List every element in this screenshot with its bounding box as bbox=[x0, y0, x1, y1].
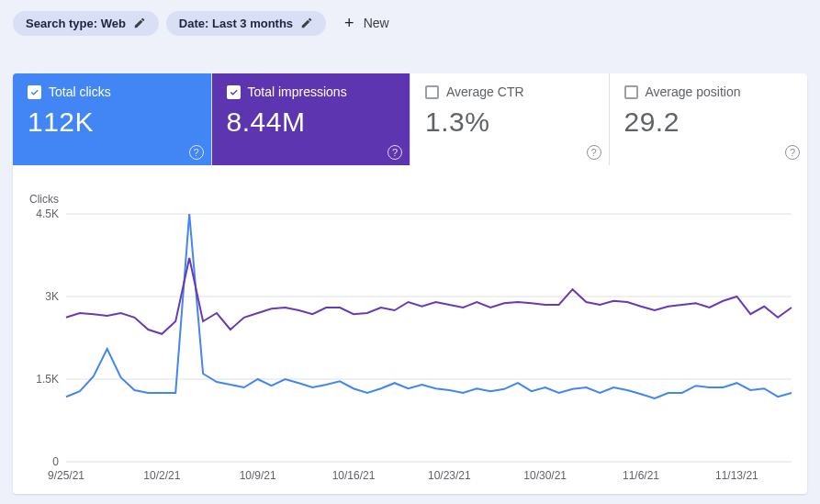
pencil-icon bbox=[133, 17, 146, 29]
svg-text:1.5K: 1.5K bbox=[36, 373, 59, 386]
chip-date[interactable]: Date: Last 3 months bbox=[166, 11, 326, 36]
chart-area: Clicks 01.5K3K4.5K9/25/2110/2/2110/9/211… bbox=[13, 165, 807, 494]
metric-total-impressions[interactable]: Total impressions 8.44M ? bbox=[212, 73, 411, 165]
help-icon[interactable]: ? bbox=[785, 145, 800, 160]
checkbox-checked-icon bbox=[227, 85, 241, 99]
performance-card: Total clicks 112K ? Total impressions 8.… bbox=[13, 73, 807, 494]
checkbox-unchecked-icon bbox=[425, 85, 439, 99]
svg-text:10/16/21: 10/16/21 bbox=[332, 469, 376, 482]
line-chart: 01.5K3K4.5K9/25/2110/2/2110/9/2110/16/21… bbox=[29, 209, 801, 485]
metric-average-ctr[interactable]: Average CTR 1.3% ? bbox=[410, 73, 610, 165]
svg-text:9/25/21: 9/25/21 bbox=[48, 469, 84, 482]
metric-label: Average position bbox=[646, 84, 741, 99]
chip-label: Date: Last 3 months bbox=[179, 17, 293, 30]
metric-label: Total impressions bbox=[248, 84, 347, 99]
svg-text:4.5K: 4.5K bbox=[36, 209, 59, 220]
new-filter-button[interactable]: + New bbox=[333, 9, 400, 37]
svg-text:10/2/21: 10/2/21 bbox=[143, 469, 180, 482]
metric-value: 29.2 bbox=[624, 106, 793, 138]
metric-label: Total clicks bbox=[49, 84, 111, 99]
pencil-icon bbox=[300, 17, 313, 29]
svg-text:10/9/21: 10/9/21 bbox=[240, 469, 276, 482]
help-icon[interactable]: ? bbox=[587, 145, 601, 160]
help-icon[interactable]: ? bbox=[189, 145, 204, 160]
metric-label: Average CTR bbox=[446, 84, 524, 99]
metric-value: 8.44M bbox=[227, 106, 396, 138]
svg-text:11/13/21: 11/13/21 bbox=[715, 469, 758, 482]
plus-icon: + bbox=[344, 15, 354, 31]
chip-search-type[interactable]: Search type: Web bbox=[13, 11, 159, 36]
y-axis-title: Clicks bbox=[29, 193, 798, 206]
svg-text:0: 0 bbox=[52, 455, 59, 468]
metric-value: 1.3% bbox=[425, 106, 594, 138]
metric-average-position[interactable]: Average position 29.2 ? bbox=[610, 73, 808, 165]
chip-label: Search type: Web bbox=[26, 17, 126, 30]
svg-text:10/30/21: 10/30/21 bbox=[523, 469, 567, 482]
new-filter-label: New bbox=[364, 16, 389, 30]
checkbox-unchecked-icon bbox=[624, 85, 638, 99]
metric-row: Total clicks 112K ? Total impressions 8.… bbox=[13, 73, 807, 165]
svg-text:10/23/21: 10/23/21 bbox=[428, 469, 471, 482]
svg-text:11/6/21: 11/6/21 bbox=[623, 469, 659, 482]
svg-text:3K: 3K bbox=[45, 290, 59, 303]
metric-value: 112K bbox=[28, 106, 197, 138]
checkbox-checked-icon bbox=[28, 85, 41, 99]
help-icon[interactable]: ? bbox=[388, 145, 402, 160]
metric-total-clicks[interactable]: Total clicks 112K ? bbox=[13, 73, 212, 165]
filter-bar: Search type: Web Date: Last 3 months + N… bbox=[0, 0, 820, 46]
